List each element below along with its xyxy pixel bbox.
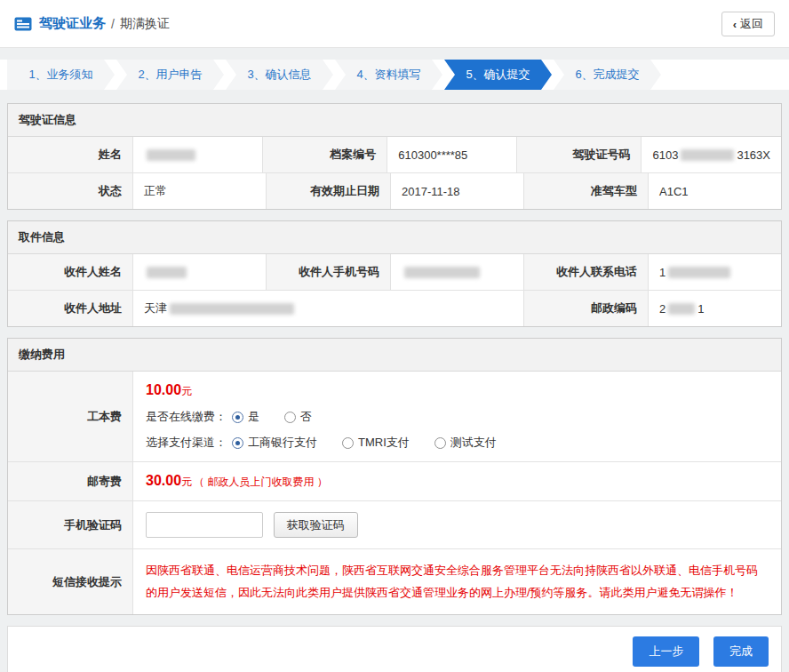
address-label: 收件人地址 (8, 291, 132, 326)
channel-question: 选择支付渠道： (146, 435, 227, 451)
sms-code-label: 手机验证码 (8, 501, 132, 548)
back-button[interactable]: ‹ 返回 (721, 12, 775, 36)
recipient-mobile-label: 收件人手机号码 (266, 254, 390, 290)
recipient-tel-label: 收件人联系电话 (523, 254, 648, 290)
license-no-value: 61033163X (641, 137, 781, 172)
postage-fee-row: 邮寄费 30.00元（ 邮政人员上门收取费用 ） (8, 461, 781, 500)
step-6: 6、完成提交 (554, 60, 661, 90)
recipient-tel-redacted (668, 267, 730, 278)
name-label: 姓名 (8, 137, 132, 172)
card-fee-row: 工本费 10.00元 是否在线缴费： 是 否 选择支付渠道： (8, 372, 781, 461)
step-2: 2、用户申告 (116, 60, 224, 90)
table-row: 姓名 档案编号 610300****85 驾驶证号码 61033163X (8, 137, 781, 172)
finish-button[interactable]: 完成 (713, 636, 769, 667)
expiry-label: 有效期止日期 (266, 173, 390, 209)
card-fee-label: 工本费 (8, 372, 132, 461)
sms-tip-label: 短信接收提示 (8, 549, 132, 614)
file-no-value: 610300****85 (387, 137, 516, 172)
back-button-label: 返回 (740, 16, 763, 32)
postage-note: （ 邮政人员上门收取费用 ） (194, 476, 328, 488)
recipient-name-label: 收件人姓名 (8, 254, 132, 290)
status-value: 正常 (132, 173, 266, 209)
page-subtitle: 期满换证 (120, 16, 170, 32)
sms-code-input[interactable] (146, 512, 263, 538)
recipient-name-redacted (147, 267, 187, 278)
page-title: 驾驶证业务 (39, 15, 106, 32)
name-value (132, 137, 262, 172)
online-pay-question: 是否在线缴费： (146, 409, 227, 425)
name-redacted (147, 149, 195, 161)
sms-code-content: 获取验证码 (132, 501, 781, 548)
postal-code-value: 21 (648, 291, 781, 326)
radio-online-pay-yes-label: 是 (248, 409, 259, 425)
status-label: 状态 (8, 173, 132, 209)
postal-code-label: 邮政编码 (523, 291, 648, 326)
table-row: 收件人姓名 收件人手机号码 收件人联系电话 1 (8, 254, 781, 290)
postal-suffix: 1 (697, 302, 704, 316)
radio-unselected-icon (284, 412, 296, 423)
postage-amount: 30.00 (146, 473, 181, 488)
recipient-mobile-value (390, 254, 523, 290)
radio-channel-tmri-label: TMRI支付 (358, 435, 410, 451)
postage-content: 30.00元（ 邮政人员上门收取费用 ） (132, 462, 781, 500)
postage-label: 邮寄费 (8, 462, 132, 500)
sms-code-row: 手机验证码 获取验证码 (8, 500, 781, 548)
expiry-value: 2017-11-18 (390, 173, 523, 209)
radio-unselected-icon (342, 437, 354, 449)
sms-tip-text: 因陕西省联通、电信运营商技术问题，陕西省互联网交通安全综合服务管理平台无法向持陕… (132, 549, 781, 614)
step-5-active: 5、确认提交 (444, 60, 552, 90)
address-value: 天津 (132, 291, 523, 326)
pickup-info-title: 取件信息 (8, 221, 781, 254)
radio-selected-icon (232, 437, 243, 449)
radio-unselected-icon (434, 437, 446, 449)
recipient-mobile-redacted (404, 267, 480, 278)
postal-redacted (668, 303, 695, 315)
radio-channel-tmri[interactable]: TMRI支付 (342, 435, 410, 451)
license-card-icon (14, 17, 32, 31)
file-no-label: 档案编号 (262, 137, 387, 172)
license-no-redacted (681, 149, 734, 161)
recipient-tel-value: 1 (648, 254, 781, 290)
fees-section: 缴纳费用 工本费 10.00元 是否在线缴费： 是 否 选择支付渠道： (7, 338, 782, 615)
table-row: 收件人地址 天津 邮政编码 21 (8, 290, 781, 326)
license-no-prefix: 6103 (652, 148, 678, 162)
license-no-suffix: 3163X (737, 148, 770, 162)
radio-channel-test-label: 测试支付 (450, 435, 497, 451)
get-code-button[interactable]: 获取验证码 (274, 512, 358, 538)
step-4: 4、资料填写 (335, 60, 442, 90)
license-no-label: 驾驶证号码 (516, 137, 641, 172)
radio-channel-icbc[interactable]: 工商银行支付 (232, 435, 317, 451)
app-header: 驾驶证业务 / 期满换证 ‹ 返回 (0, 0, 789, 48)
vehicle-type-label: 准驾车型 (523, 173, 648, 209)
radio-channel-icbc-label: 工商银行支付 (248, 435, 317, 451)
title-separator: / (111, 17, 115, 31)
radio-online-pay-no[interactable]: 否 (284, 409, 312, 425)
radio-channel-test[interactable]: 测试支付 (434, 435, 497, 451)
postage-unit: 元 (181, 476, 192, 488)
wizard-steps: 1、业务须知 2、用户申告 3、确认信息 4、资料填写 5、确认提交 6、完成提… (0, 60, 789, 90)
recipient-name-value (132, 254, 266, 290)
card-fee-unit: 元 (181, 385, 192, 397)
fees-title: 缴纳费用 (8, 339, 781, 372)
address-prefix: 天津 (144, 300, 167, 316)
sms-tip-row: 短信接收提示 因陕西省联通、电信运营商技术问题，陕西省互联网交通安全综合服务管理… (8, 548, 781, 614)
address-redacted (170, 303, 294, 315)
card-fee-content: 10.00元 是否在线缴费： 是 否 选择支付渠道： 工商银行支付 (132, 372, 781, 461)
back-chevron-icon: ‹ (733, 18, 737, 31)
pickup-info-section: 取件信息 收件人姓名 收件人手机号码 收件人联系电话 1 收件人地址 天津 邮政… (7, 220, 782, 327)
card-fee-amount: 10.00 (146, 382, 181, 397)
footer-actions: 上一步 完成 (7, 626, 782, 672)
radio-online-pay-yes[interactable]: 是 (232, 409, 259, 425)
radio-online-pay-no-label: 否 (300, 409, 312, 425)
license-info-title: 驾驶证信息 (8, 104, 781, 137)
vehicle-type-value: A1C1 (648, 173, 781, 209)
prev-step-button[interactable]: 上一步 (633, 636, 699, 667)
table-row: 状态 正常 有效期止日期 2017-11-18 准驾车型 A1C1 (8, 172, 781, 209)
step-1: 1、业务须知 (7, 60, 115, 90)
recipient-tel-prefix: 1 (659, 266, 665, 279)
radio-selected-icon (232, 412, 243, 423)
postal-prefix: 2 (659, 302, 665, 316)
step-3: 3、确认信息 (226, 60, 333, 90)
license-info-section: 驾驶证信息 姓名 档案编号 610300****85 驾驶证号码 6103316… (7, 103, 782, 210)
